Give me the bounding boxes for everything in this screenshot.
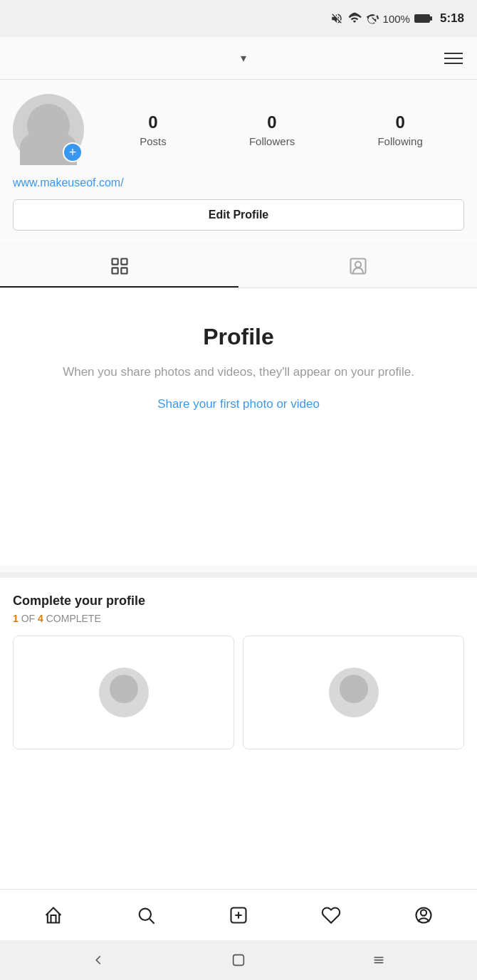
profile-top: + 0 Posts 0 Followers 0 Following (13, 94, 464, 165)
svg-rect-5 (112, 268, 117, 273)
progress-total: 4 (38, 613, 43, 624)
profile-description: When you share photos and videos, they'l… (63, 363, 414, 381)
following-count: 0 (395, 112, 404, 132)
heart-icon (321, 905, 341, 925)
complete-label: COMPLETE (46, 613, 101, 624)
back-icon (90, 952, 106, 968)
profile-heading: Profile (203, 324, 274, 350)
add-icon (229, 905, 248, 925)
android-nav (0, 940, 477, 980)
posts-count: 0 (148, 112, 157, 132)
svg-point-8 (355, 262, 360, 268)
followers-label: Followers (249, 135, 295, 147)
svg-rect-1 (415, 15, 429, 22)
menu-button[interactable] (444, 53, 463, 64)
status-icons: 100% 5:18 (330, 11, 464, 26)
battery-percentage: 100% (383, 13, 410, 25)
search-icon (136, 905, 156, 925)
svg-line-10 (150, 919, 154, 923)
tabs-row (0, 246, 477, 288)
complete-profile-title: Complete your profile (13, 594, 464, 608)
followers-stat[interactable]: 0 Followers (249, 112, 295, 147)
avatar-wrapper[interactable]: + (13, 94, 84, 165)
nav-activity[interactable] (313, 897, 350, 934)
edit-profile-button[interactable]: Edit Profile (13, 199, 464, 231)
following-stat[interactable]: 0 Following (377, 112, 422, 147)
nav-search[interactable] (127, 897, 164, 934)
svg-rect-6 (121, 268, 127, 273)
profile-icon (414, 905, 434, 925)
profile-card-2[interactable] (243, 636, 464, 749)
progress-of-label: OF (21, 613, 35, 624)
profile-section: + 0 Posts 0 Followers 0 Following www.ma… (0, 80, 477, 242)
profile-card-1[interactable] (13, 636, 234, 749)
status-bar: 100% 5:18 (0, 0, 477, 37)
android-back-button[interactable] (84, 946, 112, 974)
nav-profile[interactable] (405, 897, 442, 934)
tab-grid[interactable] (0, 246, 238, 288)
profile-website[interactable]: www.makeuseof.com/ (13, 176, 464, 189)
android-recents-button[interactable] (365, 946, 393, 974)
wifi-icon (347, 12, 362, 25)
card-avatar-2 (329, 668, 379, 717)
stats-row: 0 Posts 0 Followers 0 Following (98, 112, 464, 147)
profile-cards-row (13, 636, 464, 749)
svg-rect-3 (112, 259, 117, 265)
svg-rect-16 (234, 955, 244, 966)
grid-icon (110, 256, 130, 276)
svg-point-15 (421, 910, 426, 915)
top-nav: ▾ (0, 37, 477, 80)
tagged-icon (348, 256, 368, 276)
add-photo-button[interactable]: + (63, 142, 83, 162)
svg-point-9 (140, 908, 151, 920)
recents-icon (371, 952, 387, 968)
android-home-button[interactable] (224, 946, 253, 974)
main-content: Profile When you share photos and videos… (0, 288, 477, 565)
posts-stat[interactable]: 0 Posts (140, 112, 167, 147)
progress-current: 1 (13, 613, 19, 624)
status-time: 5:18 (440, 11, 464, 26)
mute-icon (330, 12, 343, 25)
posts-label: Posts (140, 135, 167, 147)
svg-rect-4 (121, 259, 127, 265)
following-label: Following (377, 135, 422, 147)
complete-profile-progress: 1 OF 4 COMPLETE (13, 613, 464, 624)
nav-add[interactable] (220, 897, 257, 934)
svg-rect-2 (430, 16, 432, 21)
home-icon (43, 905, 63, 925)
nav-center: ▾ (241, 51, 246, 65)
share-first-photo-link[interactable]: Share your first photo or video (157, 397, 320, 411)
complete-profile-section: Complete your profile 1 OF 4 COMPLETE (0, 572, 477, 757)
tab-tagged[interactable] (238, 246, 477, 288)
card-avatar-1 (99, 668, 149, 717)
nav-home[interactable] (35, 897, 72, 934)
chevron-down-icon[interactable]: ▾ (241, 51, 246, 65)
followers-count: 0 (267, 112, 276, 132)
android-home-icon (231, 952, 246, 968)
battery-icon (414, 14, 433, 23)
bottom-nav (0, 889, 477, 940)
signal-icon (366, 12, 379, 25)
